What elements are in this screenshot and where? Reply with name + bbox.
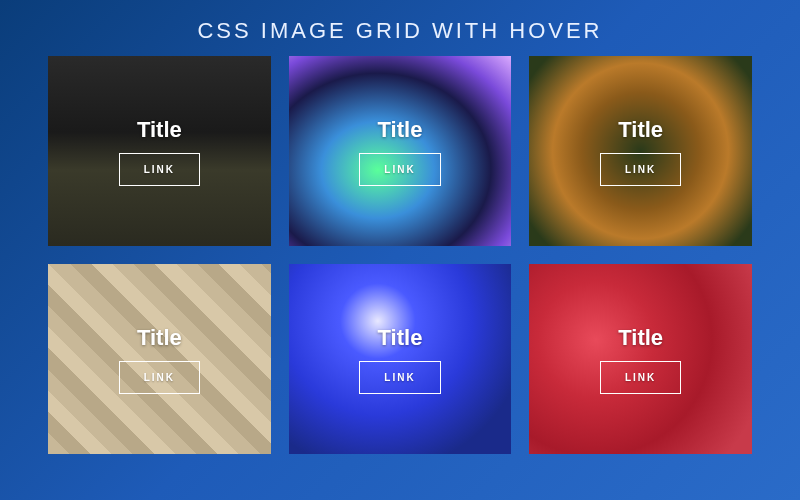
card-link-button[interactable]: LINK (600, 361, 681, 394)
card-title: Title (137, 117, 182, 143)
card-link-button[interactable]: LINK (600, 153, 681, 186)
grid-card[interactable]: Title LINK (289, 56, 512, 246)
card-title: Title (618, 325, 663, 351)
card-title: Title (378, 117, 423, 143)
card-link-button[interactable]: LINK (119, 153, 200, 186)
card-title: Title (137, 325, 182, 351)
grid-card[interactable]: Title LINK (48, 264, 271, 454)
grid-card[interactable]: Title LINK (48, 56, 271, 246)
grid-card[interactable]: Title LINK (529, 264, 752, 454)
card-link-button[interactable]: LINK (359, 153, 440, 186)
card-link-button[interactable]: LINK (119, 361, 200, 394)
grid-card[interactable]: Title LINK (289, 264, 512, 454)
grid-card[interactable]: Title LINK (529, 56, 752, 246)
card-link-button[interactable]: LINK (359, 361, 440, 394)
card-title: Title (378, 325, 423, 351)
page-title: CSS IMAGE GRID WITH HOVER (0, 0, 800, 56)
card-title: Title (618, 117, 663, 143)
image-grid: Title LINK Title LINK Title LINK Title L… (0, 56, 800, 454)
